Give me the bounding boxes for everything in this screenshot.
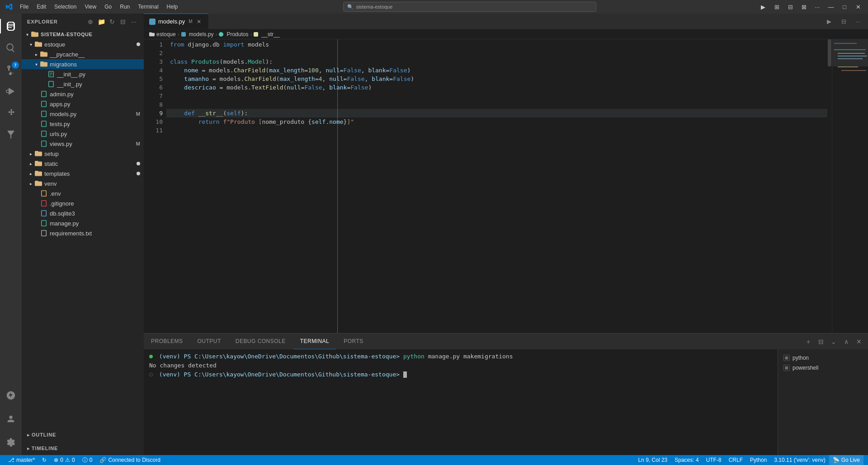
status-encoding[interactable]: UTF-8	[703, 455, 725, 465]
status-info[interactable]: ⓘ 0	[79, 455, 96, 465]
tree-item-env[interactable]: .env	[22, 188, 144, 198]
tree-item-views[interactable]: views.py M	[22, 139, 144, 149]
global-search-box[interactable]: 🔍 sistema-estoque	[343, 2, 596, 12]
tab-debug-console[interactable]: DEBUG CONSOLE	[228, 333, 293, 349]
activity-explorer[interactable]	[0, 15, 22, 37]
tree-item-templates[interactable]: templates	[22, 169, 144, 178]
tree-item-estoque[interactable]: estoque	[22, 39, 144, 49]
close-panel-button[interactable]: ✕	[854, 336, 864, 347]
tree-item-urls[interactable]: urls.py	[22, 129, 144, 139]
tab-models-py[interactable]: models.py M ✕	[144, 14, 208, 29]
activity-extensions[interactable]	[0, 102, 22, 124]
activity-search[interactable]	[0, 37, 22, 59]
code-editor[interactable]: from django.db import models class Produ…	[166, 39, 827, 333]
breadcrumb-models[interactable]: models.py	[181, 31, 214, 38]
timeline-header[interactable]: ▸ TIMELINE	[22, 443, 144, 453]
status-eol[interactable]: CRLF	[725, 455, 746, 465]
maximize-panel-button[interactable]: ∧	[841, 336, 852, 347]
split-terminal-button[interactable]: ⊟	[816, 336, 826, 347]
layout-button[interactable]: ⊞	[771, 1, 782, 12]
terminal-instance-python[interactable]: ⊞ python	[778, 353, 868, 363]
terminal-line-1: (venv) PS C:\Users\kayow\OneDrive\Docume…	[149, 352, 772, 361]
svg-rect-14	[42, 211, 47, 216]
tree-item-migrations[interactable]: migrations	[22, 59, 144, 69]
menu-view[interactable]: View	[81, 3, 100, 11]
svg-rect-22	[838, 66, 858, 67]
golive-text: Go Live	[841, 457, 860, 463]
status-python-version[interactable]: 3.10.11 ('venv': venv)	[770, 455, 829, 465]
tree-item-manage[interactable]: manage.py	[22, 218, 144, 228]
svg-rect-23	[841, 70, 866, 71]
split-button[interactable]: ⊟	[785, 1, 796, 12]
activity-testing[interactable]	[0, 124, 22, 146]
add-terminal-button[interactable]: +	[803, 336, 814, 347]
terminal-body[interactable]: (venv) PS C:\Users\kayow\OneDrive\Docume…	[144, 349, 778, 455]
status-golive[interactable]: 📡 Go Live	[829, 455, 863, 465]
minimize-button[interactable]: —	[826, 1, 836, 12]
status-spaces[interactable]: Spaces: 4	[671, 455, 702, 465]
refresh-icon[interactable]: ↻	[108, 17, 117, 26]
status-language[interactable]: Python	[746, 455, 770, 465]
tree-item-setup[interactable]: setup	[22, 149, 144, 159]
terminal-more-button[interactable]: ⌄	[828, 336, 839, 347]
tab-close-button[interactable]: ✕	[195, 18, 203, 25]
svg-rect-1	[8, 26, 14, 27]
tree-item-init1[interactable]: __init__.py	[22, 69, 144, 79]
activity-run[interactable]	[0, 80, 22, 102]
status-errors[interactable]: ⊗ 0 ⚠ 0	[50, 455, 78, 465]
menu-selection[interactable]: Selection	[51, 3, 80, 11]
menu-file[interactable]: File	[16, 3, 32, 11]
menu-help[interactable]: Help	[163, 3, 182, 11]
status-remote[interactable]: 🔗 Connected to Discord	[96, 455, 164, 465]
status-position[interactable]: Ln 9, Col 23	[635, 455, 671, 465]
tree-item-venv[interactable]: venv	[22, 178, 144, 188]
tree-item-static[interactable]: static	[22, 159, 144, 169]
collapse-icon[interactable]: ⊟	[118, 17, 127, 26]
tree-item-requirements[interactable]: requirements.txt	[22, 228, 144, 238]
activity-remote[interactable]	[0, 385, 22, 406]
maximize-button[interactable]: □	[839, 1, 850, 12]
tree-item-tests[interactable]: tests.py	[22, 119, 144, 129]
activity-settings[interactable]	[0, 432, 22, 453]
status-sync[interactable]: ↻	[38, 455, 50, 465]
tab-terminal[interactable]: TERMINAL	[293, 333, 337, 349]
tab-output[interactable]: OUTPUT	[190, 333, 228, 349]
breadcrumb-str[interactable]: __str__	[254, 31, 279, 38]
new-file-icon[interactable]: ⊕	[86, 17, 95, 26]
remote-icon: 🔗	[99, 457, 106, 463]
tab-bar: models.py M ✕ ▶ ⊟ ···	[144, 14, 868, 29]
tree-label-migrations: migrations	[50, 61, 77, 68]
breadcrumb-produtos[interactable]: Produtos	[219, 31, 248, 38]
svg-rect-21	[838, 58, 863, 59]
tree-item-gitignore[interactable]: .gitignore	[22, 198, 144, 208]
more-actions-button[interactable]: ···	[852, 15, 864, 28]
tab-ports[interactable]: PORTS	[336, 333, 371, 349]
menu-terminal[interactable]: Terminal	[134, 3, 162, 11]
tree-item-admin[interactable]: admin.py	[22, 89, 144, 99]
more-button[interactable]: ···	[812, 1, 823, 12]
terminal-instance-powershell[interactable]: ⊞ powershell	[778, 363, 868, 373]
tree-item-pycache[interactable]: __pycache__	[22, 49, 144, 59]
outline-header[interactable]: ▸ OUTLINE	[22, 430, 144, 440]
run-button[interactable]: ▶	[758, 1, 769, 12]
status-branch[interactable]: ⎇ master*	[5, 455, 38, 465]
editor-scrollbar[interactable]	[827, 39, 832, 333]
activity-account[interactable]	[0, 408, 22, 430]
close-button[interactable]: ✕	[853, 1, 863, 12]
menu-go[interactable]: Go	[101, 3, 115, 11]
tab-problems[interactable]: PROBLEMS	[144, 333, 190, 349]
tree-item-apps[interactable]: apps.py	[22, 99, 144, 109]
run-all-button[interactable]: ▶	[823, 15, 835, 28]
activity-source-control[interactable]: 7	[0, 59, 22, 80]
new-folder-icon[interactable]: 📁	[97, 17, 106, 26]
menu-edit[interactable]: Edit	[33, 3, 50, 11]
ellipsis-icon[interactable]: ···	[129, 17, 138, 26]
tree-root[interactable]: SISTEMA-ESTOQUE	[22, 29, 144, 39]
tree-item-db[interactable]: db.sqlite3	[22, 208, 144, 218]
tree-item-init2[interactable]: __init_.py	[22, 79, 144, 89]
tree-item-models[interactable]: models.py M	[22, 109, 144, 119]
layout2-button[interactable]: ⊠	[798, 1, 809, 12]
menu-run[interactable]: Run	[116, 3, 133, 11]
split-editor-button[interactable]: ⊟	[837, 15, 850, 28]
breadcrumb-estoque[interactable]: estoque	[149, 31, 176, 38]
